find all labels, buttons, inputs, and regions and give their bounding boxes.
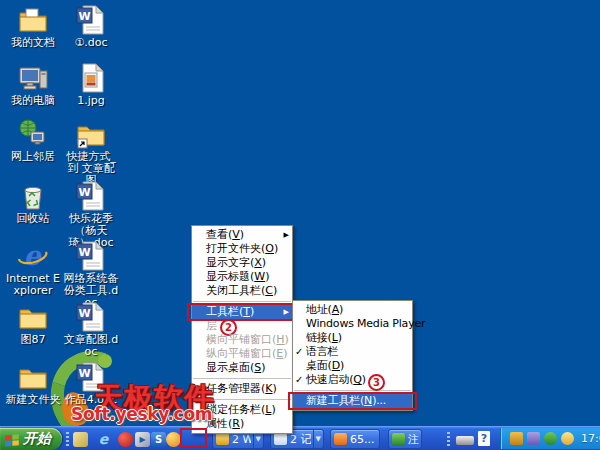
clock[interactable]: 17:09: [581, 432, 600, 445]
menu-item-3[interactable]: 显示标题(W): [192, 270, 292, 284]
menu-item-label: 工具栏: [206, 305, 239, 318]
desktop-icon-doc-1[interactable]: W①.doc: [62, 4, 120, 49]
desktop-icon-my-computer[interactable]: 我的电脑: [4, 62, 62, 107]
desktop-icon-network-backup-tools-doc[interactable]: W网络系统备份类工具.doc: [62, 240, 120, 309]
folder-icon: [17, 361, 49, 393]
menu-item-7[interactable]: 新建工具栏(N)...: [293, 394, 412, 408]
toolbar-grip[interactable]: [447, 432, 450, 446]
menu-item-10[interactable]: 显示桌面(S): [192, 361, 292, 375]
menu-item-9: 纵向平铺窗口(E): [192, 347, 292, 361]
access-key: (K): [261, 382, 277, 395]
svg-text:W: W: [78, 307, 90, 320]
qq-icon[interactable]: [118, 432, 133, 447]
menu-item-label: Windows Media Player: [306, 317, 425, 330]
task-button-2[interactable]: 65...: [330, 429, 380, 449]
word-doc-icon: W: [75, 301, 107, 333]
sogou-icon[interactable]: S: [151, 432, 166, 447]
desktop-icon-label: 我的电脑: [4, 95, 62, 107]
menu-item-label: 纵向平铺窗口: [206, 347, 272, 360]
menu-item-6[interactable]: 工具栏(T)▶: [192, 305, 292, 319]
task-button-label: 2 W...: [232, 433, 251, 446]
word-doc-icon: W: [75, 361, 107, 393]
menu-item-0[interactable]: 查看(V)▶: [192, 228, 292, 242]
menu-item-15[interactable]: 属性(R): [192, 417, 292, 431]
help-icon[interactable]: ?: [478, 431, 490, 446]
menu-item-2[interactable]: 显示文字(X): [192, 256, 292, 270]
quick-launch-grip[interactable]: [66, 432, 69, 446]
submenu-arrow-icon: ▶: [284, 305, 289, 319]
ie-icon: e: [17, 240, 49, 272]
access-key: (E): [272, 347, 288, 360]
menu-item-4[interactable]: 桌面(D): [293, 359, 412, 373]
system-tray: 17:09: [500, 428, 600, 449]
removable-drive-icon[interactable]: [456, 436, 474, 445]
antivirus-umbrella-icon[interactable]: [544, 432, 557, 445]
word-doc-icon: W: [75, 4, 107, 36]
media-player-icon[interactable]: ▶: [135, 432, 150, 447]
word-doc-icon: W: [75, 180, 107, 212]
green-app-icon: [392, 433, 405, 445]
notepad-icon: [274, 433, 287, 445]
taskbar: 开始 e▶S 2 W...▼2 记...▼65...注... ? 17:09: [0, 426, 600, 450]
desktop-icon-label: 作品4.doc: [62, 394, 120, 406]
menu-item-1[interactable]: Windows Media Player: [293, 317, 412, 331]
menu-item-12[interactable]: 任务管理器(K): [192, 382, 292, 396]
menu-separator: [193, 399, 291, 400]
desktop-icon-happy-season-doc[interactable]: W快乐花季（杨天琦）.doc: [62, 180, 120, 249]
access-key: (L): [261, 403, 276, 416]
menu-item-3[interactable]: ✓语言栏: [293, 345, 412, 359]
desktop-icon-jpg-1[interactable]: 1.jpg: [62, 62, 120, 107]
menu-separator: [193, 378, 291, 379]
menu-item-label: 链接: [306, 331, 328, 344]
menu-separator: [294, 390, 411, 391]
start-button[interactable]: 开始: [0, 428, 62, 450]
menu-item-label: 地址: [306, 303, 328, 316]
start-button-label: 开始: [23, 430, 51, 448]
desktop-icon-my-documents[interactable]: 我的文档: [4, 4, 62, 49]
menu-item-label: 查看: [206, 228, 228, 241]
folder-shortcut-icon: [75, 118, 107, 150]
step-annotation-3: 3: [368, 374, 385, 391]
task-button-3[interactable]: 注...: [388, 429, 422, 449]
browser-ball-icon[interactable]: [166, 432, 181, 447]
access-key: (X): [250, 256, 266, 269]
desktop-icon-work-4-doc[interactable]: W作品4.doc: [62, 361, 120, 406]
access-key: (Q): [349, 373, 366, 386]
menu-item-1[interactable]: 打开文件夹(O): [192, 242, 292, 256]
desktop-icon-internet-explorer[interactable]: eInternet Explorer: [4, 240, 62, 297]
menu-item-label: 关闭工具栏: [206, 284, 261, 297]
desktop-icon-label: 我的文档: [4, 37, 62, 49]
image-viewer-icon: [334, 433, 347, 445]
group-dropdown-arrow-icon[interactable]: ▼: [313, 430, 321, 448]
menu-item-label: 快速启动: [306, 373, 349, 386]
display-icon[interactable]: [527, 432, 540, 445]
desktop-icon-network-places[interactable]: 网上邻居: [4, 118, 62, 163]
desktop-icon-shortcut-to-article-images[interactable]: 快捷方式_到 文章配图: [62, 118, 120, 187]
menu-item-4[interactable]: 关闭工具栏(C): [192, 284, 292, 298]
submenu-arrow-icon: ▶: [284, 228, 289, 242]
menu-item-0[interactable]: 地址(A): [293, 303, 412, 317]
lock-icon[interactable]: [510, 432, 523, 445]
internet-explorer-icon[interactable]: e: [96, 432, 111, 447]
menu-item-suffix: ...: [376, 394, 386, 407]
menu-item-5[interactable]: ✓快速启动(Q)3: [293, 373, 412, 387]
menu-item-label: 新建工具栏: [306, 394, 360, 407]
desktop-icon-new-folder[interactable]: 新建文件夹: [4, 361, 62, 406]
toolbars-submenu: 地址(A)Windows Media Player链接(L)✓语言栏桌面(D)✓…: [292, 300, 413, 411]
folder-icon: [216, 433, 229, 445]
menu-item-label: 打开文件夹: [206, 242, 261, 255]
show-desktop-icon[interactable]: [73, 432, 88, 447]
recycle-bin-icon: [17, 180, 49, 212]
desktop-icon-folder-87[interactable]: 图87: [4, 301, 62, 346]
menu-item-14[interactable]: 锁定任务栏(L): [192, 403, 292, 417]
desktop-icon-recycle-bin[interactable]: 回收站: [4, 180, 62, 225]
access-key: (V): [228, 228, 244, 241]
access-key: (L): [328, 331, 342, 344]
windows-flag-icon: [4, 432, 20, 446]
menu-item-8: 横向平铺窗口(H): [192, 333, 292, 347]
menu-item-2[interactable]: 链接(L): [293, 331, 412, 345]
desktop-icon-article-images-doc[interactable]: W文章配图.doc: [62, 301, 120, 358]
messenger-icon[interactable]: [561, 432, 574, 445]
tray-icon-group: [510, 432, 574, 445]
task-button-label: 注...: [408, 432, 419, 447]
